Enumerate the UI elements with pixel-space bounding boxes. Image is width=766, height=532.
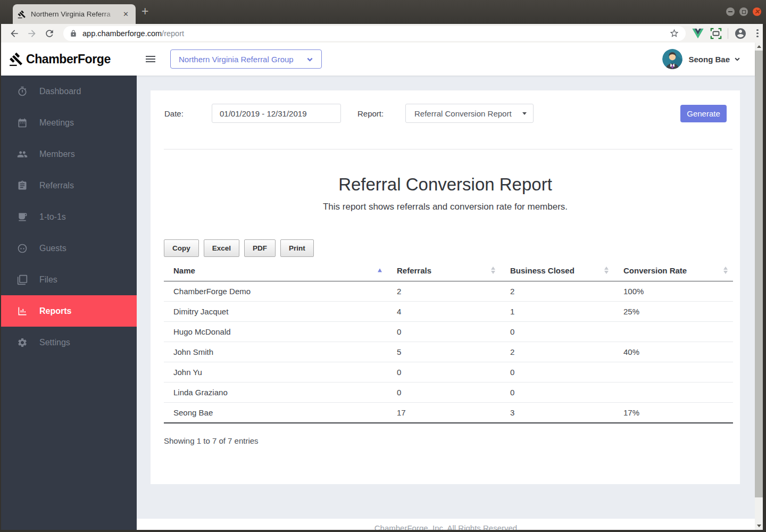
sidebar-item-referrals[interactable]: Referrals xyxy=(1,170,137,201)
cell-name: Seong Bae xyxy=(164,403,387,423)
sidebar-item-members[interactable]: Members xyxy=(1,138,137,170)
scroll-down-button[interactable] xyxy=(755,522,763,530)
gavel-favicon-icon xyxy=(18,10,26,19)
maximize-button[interactable] xyxy=(739,7,748,16)
cell-name: John Yu xyxy=(164,362,387,383)
group-selector-dropdown[interactable]: Northern Virginia Referral Group xyxy=(170,49,322,69)
generate-button[interactable]: Generate xyxy=(680,105,727,122)
report-label: Report: xyxy=(357,109,384,118)
table-row: Dimitry Jacquet 4 1 25% xyxy=(164,302,733,322)
sidebar-item-1-to-1s[interactable]: 1-to-1s xyxy=(1,201,137,232)
cell-name: Hugo McDonald xyxy=(164,322,387,342)
url-path: /report xyxy=(162,29,184,38)
report-card: Date: 01/01/2019 - 12/31/2019 Report: Re… xyxy=(151,90,740,484)
close-button[interactable]: ✕ xyxy=(753,7,761,16)
chevron-down-icon xyxy=(734,56,740,62)
url-host: app.chamberforge.com xyxy=(82,29,162,38)
cell-conversion-rate: 100% xyxy=(614,281,733,302)
sidebar-item-files[interactable]: Files xyxy=(1,264,137,295)
pdf-button[interactable]: PDF xyxy=(244,239,276,257)
cell-referrals: 0 xyxy=(387,362,501,383)
cell-referrals: 4 xyxy=(387,302,501,322)
sidebar-item-dashboard[interactable]: Dashboard xyxy=(1,76,137,107)
sidebar-item-reports[interactable]: Reports xyxy=(1,295,137,327)
reload-icon[interactable] xyxy=(44,28,55,39)
forward-icon[interactable] xyxy=(27,28,37,39)
window-controls: ✕ xyxy=(726,7,761,16)
new-tab-button[interactable]: + xyxy=(141,5,148,18)
bookmark-star-icon[interactable] xyxy=(669,28,679,38)
cell-business-closed: 0 xyxy=(501,362,614,383)
sidebar-item-label: Dashboard xyxy=(39,87,81,96)
cell-business-closed: 2 xyxy=(501,342,614,362)
vertical-scrollbar[interactable] xyxy=(755,43,763,530)
report-subtitle: This report shows referrals and conversi… xyxy=(151,202,740,212)
bar-chart-icon xyxy=(17,306,28,317)
sidebar-item-label: Referrals xyxy=(39,181,74,190)
table-header-row: Name Referrals Business Closed xyxy=(164,260,733,281)
group-selector-label: Northern Virginia Referral Group xyxy=(179,55,294,64)
column-header-name[interactable]: Name xyxy=(164,260,387,281)
table-row: John Smith 5 2 40% xyxy=(164,342,733,362)
column-header-business-closed[interactable]: Business Closed xyxy=(501,260,614,281)
table-row: Seong Bae 17 3 17% xyxy=(164,403,733,423)
minimize-button[interactable] xyxy=(726,7,735,16)
tab-title: Northern Virginia Referra xyxy=(31,10,121,18)
cell-referrals: 0 xyxy=(387,383,501,403)
column-header-conversion-rate[interactable]: Conversion Rate xyxy=(614,260,733,281)
divider xyxy=(164,149,732,149)
sidebar-nav: Dashboard Meetings Members Referrals 1-t… xyxy=(1,76,137,530)
excel-button[interactable]: Excel xyxy=(204,239,239,257)
brand-name: ChamberForge xyxy=(26,52,111,66)
main-content: Date: 01/01/2019 - 12/31/2019 Report: Re… xyxy=(137,76,755,530)
cell-referrals: 17 xyxy=(387,403,501,423)
cell-conversion-rate: 17% xyxy=(614,403,733,423)
user-menu[interactable]: Seong Bae xyxy=(662,49,740,69)
sidebar-item-guests[interactable]: Guests xyxy=(1,232,137,264)
cell-name: ChamberForge Demo xyxy=(164,281,387,302)
scroll-up-button[interactable] xyxy=(755,43,763,51)
face-icon xyxy=(17,243,28,254)
select-arrow-icon xyxy=(522,112,527,115)
sidebar-item-settings[interactable]: Settings xyxy=(1,327,137,358)
sidebar-item-label: Guests xyxy=(39,244,66,253)
coffee-icon xyxy=(17,212,28,222)
back-icon[interactable] xyxy=(9,28,20,39)
sort-both-icon xyxy=(723,267,728,274)
sidebar-item-label: Files xyxy=(39,275,57,285)
scrollbar-thumb[interactable] xyxy=(755,51,763,497)
column-header-referrals[interactable]: Referrals xyxy=(387,260,501,281)
browser-toolbar: app.chamberforge.com/report xyxy=(1,24,763,43)
lock-icon[interactable] xyxy=(70,30,77,37)
cell-business-closed: 2 xyxy=(501,281,614,302)
browser-profile-icon[interactable] xyxy=(734,27,747,40)
address-bar[interactable]: app.chamberforge.com/report xyxy=(63,26,686,41)
toolbar-separator xyxy=(728,28,728,39)
browser-window: Northern Virginia Referra ✕ + ✕ app.cham… xyxy=(0,0,766,532)
date-label: Date: xyxy=(164,109,184,118)
cell-business-closed: 0 xyxy=(501,383,614,403)
sidebar-item-meetings[interactable]: Meetings xyxy=(1,107,137,138)
gavel-logo-icon xyxy=(9,52,23,66)
cell-conversion-rate xyxy=(614,322,733,342)
tab-close-icon[interactable]: ✕ xyxy=(121,9,131,19)
cell-referrals: 0 xyxy=(387,322,501,342)
cell-name: John Smith xyxy=(164,342,387,362)
vue-devtools-icon[interactable] xyxy=(692,28,704,39)
app-header: ChamberForge Northern Virginia Referral … xyxy=(1,43,755,76)
brand-logo[interactable]: ChamberForge xyxy=(1,52,137,66)
report-type-select[interactable]: Referral Conversion Report xyxy=(405,104,534,123)
sidebar-item-label: Meetings xyxy=(39,118,74,128)
browser-menu-icon[interactable] xyxy=(754,27,761,40)
browser-tab[interactable]: Northern Virginia Referra ✕ xyxy=(13,4,136,24)
hamburger-menu-icon[interactable] xyxy=(143,53,159,65)
page-footer: ChamberForge, Inc. All Rights Reserved xyxy=(137,519,755,530)
print-button[interactable]: Print xyxy=(280,239,314,257)
cell-referrals: 5 xyxy=(387,342,501,362)
screenshot-extension-icon[interactable] xyxy=(710,28,722,39)
sort-both-icon xyxy=(491,267,495,274)
user-avatar xyxy=(662,49,682,69)
date-range-input[interactable]: 01/01/2019 - 12/31/2019 xyxy=(212,104,341,123)
copy-button[interactable]: Copy xyxy=(164,239,199,257)
files-icon xyxy=(17,275,28,285)
